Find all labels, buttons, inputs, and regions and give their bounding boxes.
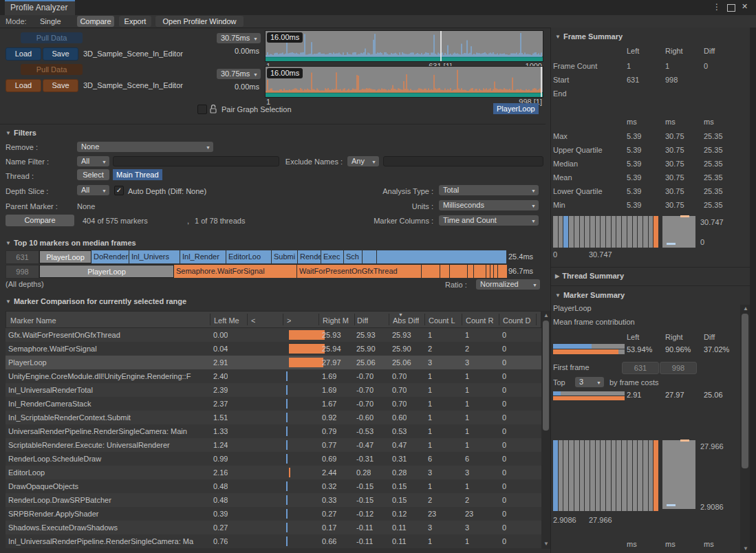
frame-selection-line[interactable]	[440, 31, 442, 61]
mode-compare-button[interactable]: Compare	[77, 16, 114, 27]
top10-segment[interactable]	[377, 250, 506, 263]
table-row[interactable]: Inl_UniversalRenderTotal2.391.69-0.700.7…	[6, 383, 541, 397]
name-filter-input[interactable]	[113, 156, 279, 166]
col-abs-diff[interactable]: Abs Diff	[393, 316, 419, 325]
units-dropdown[interactable]: Milliseconds▼	[439, 200, 539, 210]
col-left-bar[interactable]: <	[251, 316, 255, 325]
table-row[interactable]: Semaphore.WaitForSignal0.0425.9425.9025.…	[6, 342, 541, 356]
table-row[interactable]: Gfx.WaitForPresentOnGfxThread0.0025.9325…	[6, 328, 541, 342]
pull-data-right-button[interactable]: Pull Data	[21, 64, 83, 75]
name-filter-mode-dropdown[interactable]: All▼	[77, 156, 109, 166]
top10-segment[interactable]: WaitForPresentOnGfxThread	[297, 265, 421, 278]
col-count-diff[interactable]: Count D	[503, 316, 534, 325]
save-right-button[interactable]: Save	[43, 79, 78, 92]
top10-segment[interactable]: PlayerLoop	[39, 250, 91, 263]
frame-duration-histogram[interactable]	[553, 216, 658, 248]
frame-summary-header[interactable]: ▼Frame Summary	[555, 32, 623, 41]
pair-graph-checkbox[interactable]	[197, 105, 207, 114]
top10-segment[interactable]: Sch	[344, 250, 362, 263]
col-count-left[interactable]: Count L	[429, 316, 460, 325]
frame-selection-line[interactable]	[541, 67, 542, 97]
frame-number-box[interactable]: 631	[6, 250, 39, 264]
unlock-icon[interactable]	[209, 104, 217, 117]
table-row[interactable]: DrawOpaqueObjects0.480.32-0.150.15110	[6, 479, 541, 493]
top10-segment[interactable]: DoRenderl	[91, 250, 129, 263]
compare-button[interactable]: Compare	[6, 215, 74, 226]
depth-mode-dropdown[interactable]: All▼	[77, 185, 109, 195]
maximize-icon[interactable]	[727, 4, 735, 12]
open-profiler-window-button[interactable]: Open Profiler Window	[155, 16, 244, 27]
load-right-button[interactable]: Load	[6, 79, 41, 92]
frame-graph-right[interactable]: 16.00ms	[265, 66, 543, 98]
table-row[interactable]: Shadows.ExecuteDrawShadows0.270.17-0.110…	[6, 521, 541, 534]
load-left-button[interactable]: Load	[6, 47, 41, 61]
top10-segment[interactable]: Inl_Render	[180, 250, 226, 263]
pull-data-left-button[interactable]: Pull Data	[21, 32, 83, 43]
table-row[interactable]: ScriptableRenderer.Execute: UniversalRen…	[6, 438, 541, 452]
marker-columns-dropdown[interactable]: Time and Count▼	[439, 215, 539, 226]
top10-segment[interactable]: Submi	[272, 250, 297, 263]
top10-segment[interactable]	[490, 265, 493, 278]
selected-marker-pill[interactable]: PlayerLoop	[493, 103, 539, 114]
exclude-names-input[interactable]	[383, 156, 543, 166]
mode-single-button[interactable]: Single	[40, 17, 61, 25]
top10-segment[interactable]: Semaphore.WaitForSignal	[174, 265, 296, 278]
col-left-median[interactable]: Left Me	[214, 316, 244, 325]
table-row[interactable]: UnityEngine.CoreModule.dll!UnityEngine.R…	[6, 369, 541, 383]
scroll-down-icon[interactable]: ▼	[743, 545, 748, 552]
col-right-median[interactable]: Right M	[323, 316, 353, 325]
col-marker-name[interactable]: Marker Name	[10, 316, 56, 325]
save-left-button[interactable]: Save	[43, 47, 78, 61]
comparison-header[interactable]: ▼Marker Comparison for currently selecte…	[6, 297, 186, 305]
table-scrollbar[interactable]: ▲ ▼	[541, 311, 550, 549]
ratio-dropdown[interactable]: Normalized▼	[476, 279, 540, 290]
first-frame-right-button[interactable]: 998	[660, 362, 697, 374]
thread-select-button[interactable]: Select	[77, 169, 109, 180]
table-row[interactable]: UniversalRenderPipeline.RenderSingleCame…	[6, 424, 541, 438]
thread-summary-header[interactable]: ▶Thread Summary	[555, 272, 624, 280]
export-button[interactable]: Export	[119, 16, 151, 27]
top10-segment[interactable]	[422, 265, 440, 278]
top10-segment[interactable]	[486, 265, 490, 278]
table-row[interactable]: PlayerLoop2.9127.9725.0625.06330	[6, 356, 541, 369]
top-n-dropdown[interactable]: 3▼	[575, 377, 604, 387]
scroll-up-icon[interactable]: ▲	[543, 312, 549, 319]
table-row[interactable]: SRPBRender.ApplyShader0.390.27-0.120.122…	[6, 507, 541, 521]
close-icon[interactable]: ✕	[742, 2, 748, 11]
col-count-right[interactable]: Count R	[466, 316, 497, 325]
first-frame-left-button[interactable]: 631	[622, 362, 659, 374]
scroll-down-icon[interactable]: ▼	[543, 541, 549, 547]
top10-segment[interactable]: Exec	[321, 250, 343, 263]
scale-max-left-dropdown[interactable]: 30.75ms▼	[217, 33, 261, 43]
top10-header[interactable]: ▼Top 10 markers on median frames	[6, 239, 136, 247]
top10-segment[interactable]	[474, 265, 486, 278]
top10-segment[interactable]: Rende	[298, 250, 321, 263]
top10-segment[interactable]	[468, 265, 473, 278]
marker-duration-histogram[interactable]	[553, 440, 658, 511]
marker-summary-header[interactable]: ▼Marker Summary	[555, 291, 625, 299]
top10-segment[interactable]	[363, 250, 376, 263]
filters-header[interactable]: ▼Filters	[6, 129, 36, 137]
tab-profile-analyzer[interactable]: Profile Analyzer	[5, 0, 75, 15]
remove-dropdown[interactable]: None▼	[77, 142, 213, 152]
analysis-type-dropdown[interactable]: Total▼	[439, 185, 539, 195]
kebab-menu-icon[interactable]: ⋮	[713, 2, 721, 12]
frame-number-box[interactable]: 998	[6, 265, 39, 279]
table-row[interactable]: RenderLoop.ScheduleDraw0.990.69-0.310.31…	[6, 452, 541, 466]
top10-segment[interactable]	[498, 265, 507, 278]
table-scrollbar-thumb[interactable]	[543, 321, 549, 431]
scale-max-right-dropdown[interactable]: 30.75ms▼	[217, 69, 261, 79]
top10-segment[interactable]: EditorLoo	[226, 250, 271, 263]
top10-segment[interactable]: Inl_Univers	[129, 250, 180, 263]
panel-scrollbar-thumb[interactable]	[742, 314, 748, 468]
table-row[interactable]: Inl_ScriptableRenderContext.Submit1.510.…	[6, 411, 541, 424]
table-row[interactable]: RenderLoop.DrawSRPBatcher0.480.33-0.150.…	[6, 493, 541, 507]
table-row[interactable]: EditorLoop2.162.440.280.28330	[6, 466, 541, 479]
col-right-bar[interactable]: >	[287, 316, 291, 325]
top10-segment[interactable]	[450, 265, 467, 278]
top10-segment[interactable]	[440, 265, 449, 278]
col-diff[interactable]: Diff	[357, 316, 368, 325]
panel-scrollbar[interactable]: ▲ ▼	[740, 305, 750, 553]
auto-depth-checkbox[interactable]: ✓	[114, 186, 124, 195]
top10-segment[interactable]: PlayerLoop	[39, 265, 174, 278]
